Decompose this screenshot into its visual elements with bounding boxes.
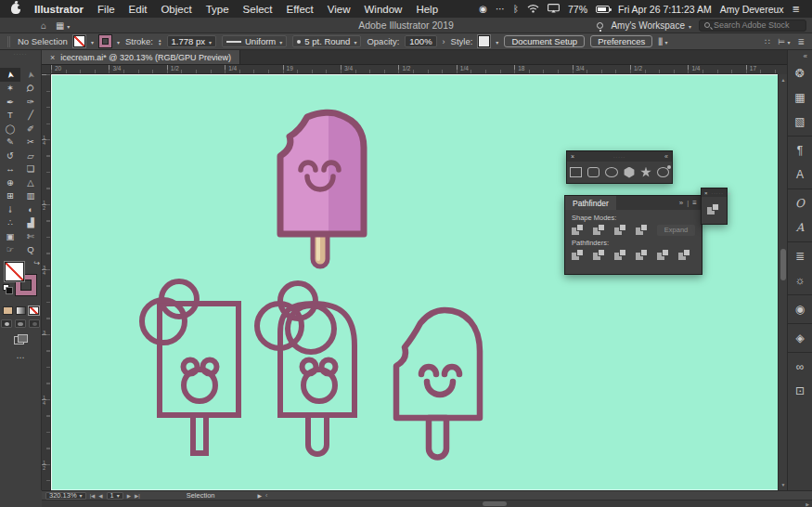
exclude-icon[interactable] [636,224,650,236]
character-panel-icon[interactable]: A [791,165,810,184]
line-segment-tool[interactable]: ╱ [20,109,41,123]
document-setup-button[interactable]: Document Setup [504,35,585,47]
hand-tool[interactable]: ☞ [0,243,20,257]
menu-item-file[interactable]: File [97,4,115,15]
free-transform-tool[interactable]: ❏ [20,162,41,176]
pathfinder-tab[interactable]: Pathfinder [565,196,616,210]
draw-behind-button[interactable] [15,319,26,328]
polygon-shape-icon[interactable] [624,167,635,178]
close-panel-icon[interactable] [571,153,574,160]
paragraph-panel-icon[interactable]: ¶ [791,141,810,160]
selection-tool[interactable]: ➤ [0,68,20,82]
fill-color-swatch[interactable] [73,35,85,47]
control-bar-grip[interactable] [7,36,10,47]
menu-item-select[interactable]: Select [243,4,273,15]
menu-item-effect[interactable]: Effect [287,4,314,15]
opentype-panel-icon[interactable]: O [791,194,810,213]
lasso-tool[interactable]: Ϙ [20,82,41,96]
none-button[interactable] [29,306,39,315]
bluetooth-icon[interactable]: ᛒ [513,5,519,14]
outline-icon[interactable] [657,249,671,261]
scroll-right-icon[interactable] [806,501,809,507]
column-graph-tool[interactable]: ▟ [20,216,41,230]
document-tab[interactable]: icecream.ai* @ 320.13% (RGB/GPU Preview) [42,50,240,64]
appearance-panel-icon[interactable]: ☼ [791,271,810,290]
star-shape-icon[interactable] [640,167,651,178]
pen-tool[interactable]: ✒ [0,95,20,109]
minus-front-icon[interactable] [593,224,607,236]
ellipse-shape-icon[interactable] [605,167,618,177]
zoom-tool[interactable]: Q [20,243,41,257]
perspective-grid-tool[interactable]: △ [20,176,41,189]
vertical-scrollbar[interactable] [778,74,787,490]
panel-list-icon[interactable]: ≣ [797,37,805,46]
rotate-tool[interactable]: ↺ [0,149,20,162]
style-dropdown-icon[interactable] [496,36,498,46]
status-menu-arrow[interactable] [257,492,262,499]
divide-icon[interactable] [572,249,586,261]
fill-dropdown-icon[interactable] [91,36,94,46]
eyedropper-tool[interactable]: ⊸ [0,202,20,216]
width-profile-select[interactable]: Uniform [222,35,287,47]
vertical-scroll-thumb[interactable] [780,249,786,280]
style-swatch[interactable] [478,35,490,47]
width-tool[interactable]: ↔ [0,162,20,176]
notification-center-icon[interactable]: ≣ [793,5,801,14]
fill-indicator[interactable] [5,262,24,281]
intersect-icon[interactable] [614,224,628,236]
paragraph-styles-panel-icon[interactable]: ≣ [791,247,810,266]
close-document-icon[interactable] [50,53,55,62]
expand-dock-icon[interactable] [804,52,807,60]
opacity-label[interactable]: Opacity: [367,36,399,46]
expand-button[interactable]: Expand [657,225,695,236]
screen-mode-button[interactable] [14,334,27,344]
blend-tool[interactable]: ◐ [20,202,41,216]
artboard-number-select[interactable]: 1 [107,492,123,500]
discover-lightbulb-icon[interactable] [597,22,603,29]
unite-icon[interactable] [572,224,586,236]
paintbrush-tool[interactable]: ✐ [20,122,41,136]
search-input[interactable] [714,20,801,30]
horizontal-scrollbar[interactable] [42,500,812,507]
crop-icon[interactable] [636,249,650,261]
menu-user[interactable]: Amy Devereux [720,4,784,15]
popsicle-step2-merged[interactable] [257,283,354,454]
zoom-level-select[interactable]: 320.13% [45,492,86,500]
record-icon[interactable]: ◉ [479,5,487,14]
mesh-tool[interactable]: ⊞ [0,189,20,203]
pathfinder-titlebar[interactable]: Pathfinder [565,196,702,210]
menu-item-object[interactable]: Object [161,4,191,15]
glyphs-panel-icon[interactable]: A [791,218,810,237]
menu-clock[interactable]: Fri Apr 26 7:11:23 AM [618,4,712,15]
symbols-panel-icon[interactable]: ◉ [791,300,810,318]
layers-panel-icon[interactable]: ◈ [791,329,810,347]
libraries-panel-icon[interactable]: ❂ [791,64,810,83]
horizontal-scroll-thumb[interactable] [483,501,507,506]
color-button[interactable] [3,306,13,315]
artboard-tool[interactable]: ▣ [0,229,20,243]
menu-item-view[interactable]: View [328,4,351,15]
shaper-tool[interactable]: ✎ [0,136,20,150]
mini-panel-titlebar[interactable] [702,188,727,197]
swap-fill-stroke-icon[interactable] [33,259,40,267]
direct-selection-tool[interactable]: ➤ [20,68,41,82]
preferences-button[interactable]: Preferences [590,35,652,47]
scale-tool[interactable]: ▱ [20,149,41,162]
wifi-icon[interactable] [527,4,539,15]
stroke-weight-value[interactable]: 1.778 px [167,35,216,47]
stroke-dropdown-icon[interactable] [117,36,120,46]
gradient-panel-icon[interactable]: ▧ [791,112,810,131]
next-artboard-button[interactable]: ▶ [127,492,131,500]
draw-normal-button[interactable] [1,319,12,328]
panel-menu-icon[interactable] [692,199,697,207]
draw-inside-button[interactable] [29,319,40,328]
popsicle-step1-shapes[interactable] [142,281,238,453]
expand-panel-icon[interactable] [728,190,730,196]
merge-icon[interactable] [614,249,628,261]
close-panel-icon[interactable] [704,190,708,196]
slice-tool[interactable]: ✄ [20,229,41,243]
menu-item-help[interactable]: Help [416,4,438,15]
shapes-toolbar-titlebar[interactable] [567,151,672,162]
more-icon[interactable]: ⋯ [496,5,505,14]
type-tool[interactable]: T [0,109,20,123]
